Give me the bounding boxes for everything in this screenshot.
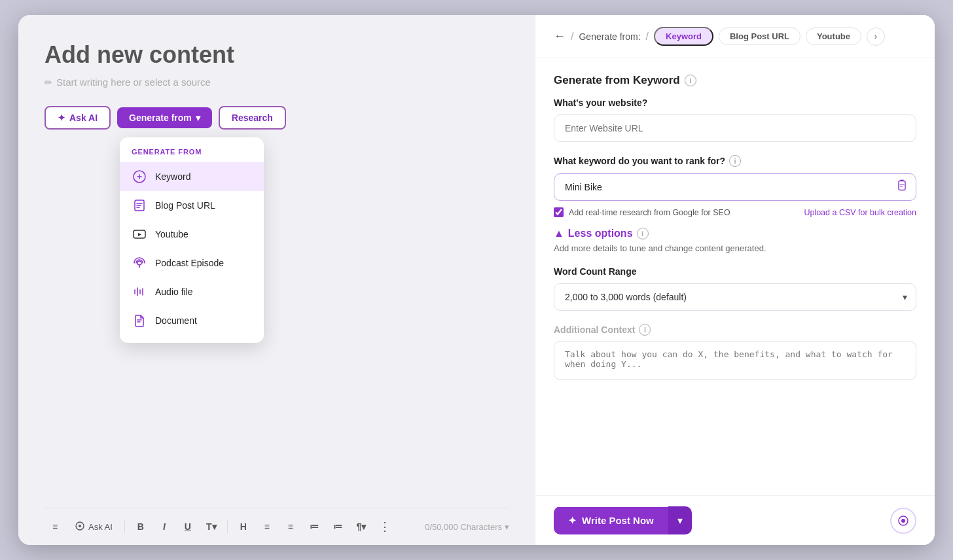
content-area [45,143,509,508]
align-left-button[interactable]: ≡ [257,516,278,537]
chevron-down-icon: ▾ [196,113,200,123]
clipboard-icon [895,179,908,196]
hamburger-button[interactable]: ≡ [45,516,65,537]
breadcrumb-label: Generate from: [579,31,640,42]
breadcrumb-sep-1: / [571,31,573,43]
svg-point-8 [901,519,905,523]
dropdown-header: GENERATE FROM [120,145,264,162]
website-label: What's your website? [554,97,916,108]
ask-ai-toolbar-button[interactable]: Ask AI [68,518,119,536]
char-count: 0/50,000 Characters ▾ [425,522,509,532]
toolbar-row: ✦ Ask AI Generate from ▾ Research GENERA… [45,106,509,130]
seo-checkbox[interactable] [554,207,564,217]
svg-point-5 [79,525,81,527]
seo-checkbox-label: Add real-time research from Google for S… [569,208,730,217]
more-options-button[interactable]: ⋮ [374,516,395,537]
document-icon [132,313,147,328]
write-post-main-button[interactable]: ✦ Write Post Now [554,507,668,534]
list-bullet-button[interactable]: ≔ [304,516,325,537]
additional-context-label: Additional Context i [554,324,916,336]
keyword-info-icon[interactable]: i [729,155,741,167]
right-header: ← / Generate from: / Keyword Blog Post U… [535,15,935,58]
blog-icon [132,198,147,213]
audio-icon [132,284,147,300]
right-panel: ← / Generate from: / Keyword Blog Post U… [535,15,935,545]
underline-button[interactable]: U [177,516,198,537]
list-number-button[interactable]: ≔ [327,516,348,537]
keyword-icon [132,169,147,184]
sparkle-write-icon: ✦ [568,515,577,527]
italic-button[interactable]: I [154,516,175,537]
write-post-button[interactable]: ✦ Write Post Now ▾ [554,506,692,534]
dropdown-item-podcast[interactable]: Podcast Episode [120,249,264,277]
generate-dropdown: GENERATE FROM Keyword [120,137,264,343]
sparkle-icon: ✦ [58,113,65,123]
back-arrow-icon: ← [554,29,566,43]
generate-from-button[interactable]: Generate from ▾ [117,107,212,128]
csv-upload-link[interactable]: Upload a CSV for bulk creation [804,208,916,217]
left-panel: Add new content ✏ Start writing here or … [18,15,535,545]
seo-checkbox-row: Add real-time research from Google for S… [554,207,916,217]
pencil-icon: ✏ [45,77,52,88]
dropdown-item-audio[interactable]: Audio file [120,277,264,306]
keyword-input-wrap [554,173,916,201]
dropdown-item-document[interactable]: Document [120,306,264,335]
subtitle: ✏ Start writing here or select a source [45,77,509,88]
word-count-select-wrap: 500 to 1,000 words 1,000 to 2,000 words … [554,283,916,311]
word-count-label: Word Count Range [554,266,916,277]
less-options-info-icon[interactable]: i [637,228,649,239]
footer-action-icon[interactable] [890,508,916,534]
right-footer: ✦ Write Post Now ▾ [535,495,935,545]
research-button[interactable]: Research [219,106,286,130]
tab-blog-post-url[interactable]: Blog Post URL [719,27,800,45]
breadcrumb-chevron-button[interactable]: › [867,27,885,46]
svg-rect-6 [899,181,905,190]
right-content: Generate from Keyword i What's your webs… [535,58,935,495]
additional-context-info-icon[interactable]: i [639,324,651,336]
paragraph-button[interactable]: ¶▾ [351,516,372,537]
section-title: Generate from Keyword i [554,74,916,87]
word-count-select[interactable]: 500 to 1,000 words 1,000 to 2,000 words … [554,283,916,311]
bottom-toolbar: ≡ Ask AI B I U T▾ H ≡ ≡ ≔ ≔ ¶▾ ⋮ [45,508,509,545]
heading-button[interactable]: H [233,516,254,537]
align-center-button[interactable]: ≡ [280,516,301,537]
ai-icon [75,521,85,533]
less-options-desc: Add more details to tune and change cont… [554,243,916,253]
tab-youtube[interactable]: Youtube [806,27,861,45]
youtube-icon [132,226,147,242]
svg-point-3 [137,261,141,265]
bold-button[interactable]: B [130,516,151,537]
dropdown-item-keyword[interactable]: Keyword [120,162,264,191]
text-format-button[interactable]: T▾ [201,516,222,537]
page-title: Add new content [45,41,509,69]
section-info-icon[interactable]: i [685,75,696,86]
ask-ai-button[interactable]: ✦ Ask AI [45,106,111,130]
website-url-input[interactable] [554,114,916,142]
back-button[interactable]: ← [554,29,566,43]
dropdown-item-youtube[interactable]: Youtube [120,220,264,249]
separator-2 [227,520,228,533]
write-post-dropdown-button[interactable]: ▾ [668,506,692,534]
podcast-icon [132,255,147,271]
dropdown-item-blog-post-url[interactable]: Blog Post URL [120,191,264,220]
additional-context-input[interactable] [554,341,916,380]
breadcrumb-sep-2: / [646,31,649,43]
keyword-label: What keyword do you want to rank for? i [554,155,916,167]
keyword-input[interactable] [554,173,916,201]
separator-1 [124,520,125,533]
less-options-toggle[interactable]: ▲ Less options i [554,228,916,239]
tab-keyword[interactable]: Keyword [654,27,713,46]
chevron-down-icon: ▾ [505,522,509,532]
